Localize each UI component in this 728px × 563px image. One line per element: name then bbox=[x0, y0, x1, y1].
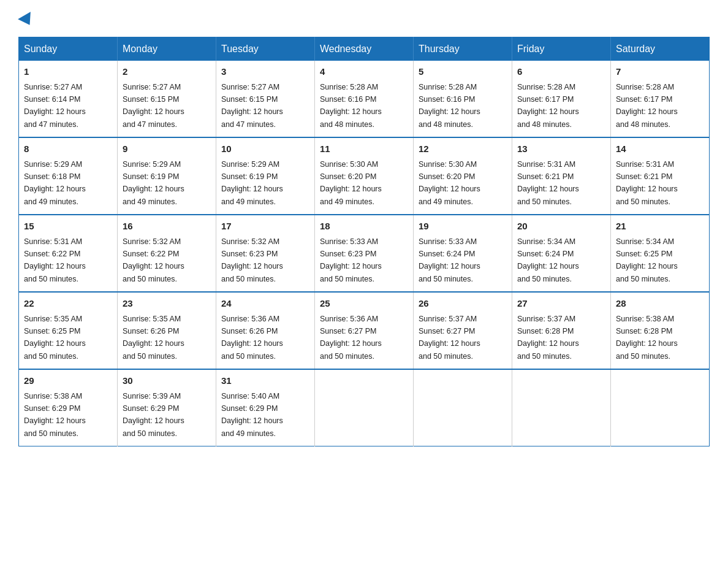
calendar-day-cell: 22 Sunrise: 5:35 AMSunset: 6:25 PMDaylig… bbox=[19, 292, 118, 369]
calendar-day-cell: 15 Sunrise: 5:31 AMSunset: 6:22 PMDaylig… bbox=[19, 215, 118, 292]
day-number: 3 bbox=[221, 65, 309, 79]
calendar-week-row: 29 Sunrise: 5:38 AMSunset: 6:29 PMDaylig… bbox=[19, 369, 710, 446]
calendar-day-cell bbox=[512, 369, 611, 446]
day-number: 21 bbox=[616, 220, 704, 234]
day-info: Sunrise: 5:40 AMSunset: 6:29 PMDaylight:… bbox=[221, 392, 283, 438]
calendar-day-cell: 1 Sunrise: 5:27 AMSunset: 6:14 PMDayligh… bbox=[19, 61, 118, 137]
calendar-day-cell: 10 Sunrise: 5:29 AMSunset: 6:19 PMDaylig… bbox=[216, 137, 315, 215]
calendar-day-cell bbox=[315, 369, 414, 446]
day-info: Sunrise: 5:28 AMSunset: 6:17 PMDaylight:… bbox=[517, 83, 579, 129]
calendar-day-cell: 17 Sunrise: 5:32 AMSunset: 6:23 PMDaylig… bbox=[216, 215, 315, 292]
day-info: Sunrise: 5:33 AMSunset: 6:24 PMDaylight:… bbox=[419, 237, 480, 283]
calendar-day-cell: 21 Sunrise: 5:34 AMSunset: 6:25 PMDaylig… bbox=[611, 215, 710, 292]
calendar-day-cell: 31 Sunrise: 5:40 AMSunset: 6:29 PMDaylig… bbox=[216, 369, 315, 446]
day-number: 23 bbox=[123, 297, 211, 311]
weekday-header-thursday: Thursday bbox=[414, 37, 512, 61]
day-info: Sunrise: 5:35 AMSunset: 6:25 PMDaylight:… bbox=[24, 315, 86, 361]
calendar-week-row: 22 Sunrise: 5:35 AMSunset: 6:25 PMDaylig… bbox=[19, 292, 710, 369]
calendar-day-cell bbox=[611, 369, 710, 446]
calendar-day-cell bbox=[414, 369, 512, 446]
day-number: 29 bbox=[24, 374, 112, 388]
day-number: 24 bbox=[221, 297, 309, 311]
day-number: 13 bbox=[517, 142, 605, 156]
calendar-day-cell: 11 Sunrise: 5:30 AMSunset: 6:20 PMDaylig… bbox=[315, 137, 414, 215]
calendar-day-cell: 25 Sunrise: 5:36 AMSunset: 6:27 PMDaylig… bbox=[315, 292, 414, 369]
day-number: 1 bbox=[24, 65, 112, 79]
day-number: 7 bbox=[616, 65, 704, 79]
day-number: 5 bbox=[419, 65, 507, 79]
calendar-day-cell: 13 Sunrise: 5:31 AMSunset: 6:21 PMDaylig… bbox=[512, 137, 611, 215]
logo bbox=[18, 12, 34, 26]
day-info: Sunrise: 5:33 AMSunset: 6:23 PMDaylight:… bbox=[320, 237, 382, 283]
day-number: 28 bbox=[616, 297, 704, 311]
calendar-week-row: 1 Sunrise: 5:27 AMSunset: 6:14 PMDayligh… bbox=[19, 61, 710, 137]
day-info: Sunrise: 5:27 AMSunset: 6:14 PMDaylight:… bbox=[24, 83, 86, 129]
day-info: Sunrise: 5:39 AMSunset: 6:29 PMDaylight:… bbox=[123, 392, 184, 438]
day-info: Sunrise: 5:30 AMSunset: 6:20 PMDaylight:… bbox=[320, 160, 382, 206]
day-number: 19 bbox=[419, 220, 507, 234]
calendar-day-cell: 12 Sunrise: 5:30 AMSunset: 6:20 PMDaylig… bbox=[414, 137, 512, 215]
calendar-day-cell: 26 Sunrise: 5:37 AMSunset: 6:27 PMDaylig… bbox=[414, 292, 512, 369]
calendar-day-cell: 14 Sunrise: 5:31 AMSunset: 6:21 PMDaylig… bbox=[611, 137, 710, 215]
day-info: Sunrise: 5:27 AMSunset: 6:15 PMDaylight:… bbox=[123, 83, 184, 129]
day-number: 11 bbox=[320, 142, 408, 156]
day-info: Sunrise: 5:38 AMSunset: 6:29 PMDaylight:… bbox=[24, 392, 86, 438]
day-info: Sunrise: 5:31 AMSunset: 6:21 PMDaylight:… bbox=[616, 160, 678, 206]
weekday-header-wednesday: Wednesday bbox=[315, 37, 414, 61]
day-info: Sunrise: 5:28 AMSunset: 6:16 PMDaylight:… bbox=[320, 83, 382, 129]
day-number: 8 bbox=[24, 142, 112, 156]
calendar-day-cell: 29 Sunrise: 5:38 AMSunset: 6:29 PMDaylig… bbox=[19, 369, 118, 446]
weekday-header-friday: Friday bbox=[512, 37, 611, 61]
day-info: Sunrise: 5:29 AMSunset: 6:19 PMDaylight:… bbox=[221, 160, 283, 206]
calendar-day-cell: 30 Sunrise: 5:39 AMSunset: 6:29 PMDaylig… bbox=[118, 369, 216, 446]
day-number: 18 bbox=[320, 220, 408, 234]
day-number: 30 bbox=[123, 374, 211, 388]
calendar-day-cell: 16 Sunrise: 5:32 AMSunset: 6:22 PMDaylig… bbox=[118, 215, 216, 292]
calendar-day-cell: 7 Sunrise: 5:28 AMSunset: 6:17 PMDayligh… bbox=[611, 61, 710, 137]
calendar-day-cell: 5 Sunrise: 5:28 AMSunset: 6:16 PMDayligh… bbox=[414, 61, 512, 137]
day-info: Sunrise: 5:36 AMSunset: 6:27 PMDaylight:… bbox=[320, 315, 382, 361]
day-info: Sunrise: 5:27 AMSunset: 6:15 PMDaylight:… bbox=[221, 83, 283, 129]
day-info: Sunrise: 5:38 AMSunset: 6:28 PMDaylight:… bbox=[616, 315, 678, 361]
calendar-week-row: 15 Sunrise: 5:31 AMSunset: 6:22 PMDaylig… bbox=[19, 215, 710, 292]
weekday-header-tuesday: Tuesday bbox=[216, 37, 315, 61]
day-number: 4 bbox=[320, 65, 408, 79]
day-info: Sunrise: 5:32 AMSunset: 6:23 PMDaylight:… bbox=[221, 237, 283, 283]
calendar-day-cell: 18 Sunrise: 5:33 AMSunset: 6:23 PMDaylig… bbox=[315, 215, 414, 292]
calendar-day-cell: 20 Sunrise: 5:34 AMSunset: 6:24 PMDaylig… bbox=[512, 215, 611, 292]
day-number: 14 bbox=[616, 142, 704, 156]
weekday-header-saturday: Saturday bbox=[611, 37, 710, 61]
day-info: Sunrise: 5:37 AMSunset: 6:28 PMDaylight:… bbox=[517, 315, 579, 361]
calendar-day-cell: 27 Sunrise: 5:37 AMSunset: 6:28 PMDaylig… bbox=[512, 292, 611, 369]
calendar-week-row: 8 Sunrise: 5:29 AMSunset: 6:18 PMDayligh… bbox=[19, 137, 710, 215]
day-number: 17 bbox=[221, 220, 309, 234]
day-info: Sunrise: 5:28 AMSunset: 6:16 PMDaylight:… bbox=[419, 83, 480, 129]
day-info: Sunrise: 5:31 AMSunset: 6:21 PMDaylight:… bbox=[517, 160, 579, 206]
day-number: 10 bbox=[221, 142, 309, 156]
day-number: 2 bbox=[123, 65, 211, 79]
calendar-day-cell: 2 Sunrise: 5:27 AMSunset: 6:15 PMDayligh… bbox=[118, 61, 216, 137]
day-info: Sunrise: 5:36 AMSunset: 6:26 PMDaylight:… bbox=[221, 315, 283, 361]
day-number: 16 bbox=[123, 220, 211, 234]
day-number: 31 bbox=[221, 374, 309, 388]
calendar-day-cell: 4 Sunrise: 5:28 AMSunset: 6:16 PMDayligh… bbox=[315, 61, 414, 137]
calendar-day-cell: 3 Sunrise: 5:27 AMSunset: 6:15 PMDayligh… bbox=[216, 61, 315, 137]
day-info: Sunrise: 5:31 AMSunset: 6:22 PMDaylight:… bbox=[24, 237, 86, 283]
page-header bbox=[18, 12, 710, 26]
calendar-day-cell: 23 Sunrise: 5:35 AMSunset: 6:26 PMDaylig… bbox=[118, 292, 216, 369]
day-info: Sunrise: 5:35 AMSunset: 6:26 PMDaylight:… bbox=[123, 315, 184, 361]
day-info: Sunrise: 5:28 AMSunset: 6:17 PMDaylight:… bbox=[616, 83, 678, 129]
calendar-day-cell: 9 Sunrise: 5:29 AMSunset: 6:19 PMDayligh… bbox=[118, 137, 216, 215]
day-number: 20 bbox=[517, 220, 605, 234]
logo-triangle-icon bbox=[18, 12, 36, 29]
day-number: 26 bbox=[419, 297, 507, 311]
calendar-day-cell: 6 Sunrise: 5:28 AMSunset: 6:17 PMDayligh… bbox=[512, 61, 611, 137]
day-number: 25 bbox=[320, 297, 408, 311]
day-number: 9 bbox=[123, 142, 211, 156]
day-info: Sunrise: 5:32 AMSunset: 6:22 PMDaylight:… bbox=[123, 237, 184, 283]
day-info: Sunrise: 5:29 AMSunset: 6:18 PMDaylight:… bbox=[24, 160, 86, 206]
day-info: Sunrise: 5:37 AMSunset: 6:27 PMDaylight:… bbox=[419, 315, 480, 361]
calendar-day-cell: 19 Sunrise: 5:33 AMSunset: 6:24 PMDaylig… bbox=[414, 215, 512, 292]
day-info: Sunrise: 5:30 AMSunset: 6:20 PMDaylight:… bbox=[419, 160, 480, 206]
day-info: Sunrise: 5:34 AMSunset: 6:25 PMDaylight:… bbox=[616, 237, 678, 283]
